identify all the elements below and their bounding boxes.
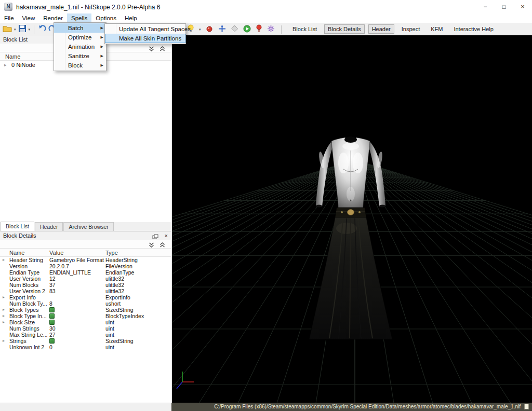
block-details-row-num-strings[interactable]: Num Strings30uint xyxy=(0,325,171,332)
expand-arrow-icon[interactable]: ▸ xyxy=(3,307,5,313)
open-dropdown-caret-icon[interactable]: ▾ xyxy=(14,25,16,34)
lighting-dropdown-caret-icon[interactable]: ▾ xyxy=(199,25,201,34)
block-details-row-user-version[interactable]: User Version12ulittle32 xyxy=(0,276,171,282)
spells-menu-item-sanitize[interactable]: Sanitize▶ xyxy=(54,51,106,61)
block-details-rows: ▸Header StringGamebryo File Format...Hea… xyxy=(0,257,171,350)
block-details-toolbar xyxy=(0,240,171,249)
expand-arrow-icon[interactable]: ▸ xyxy=(3,338,5,344)
open-file-icon[interactable] xyxy=(3,24,12,35)
close-button[interactable]: × xyxy=(513,0,532,13)
block-details-row-unknown-int-2[interactable]: Unknown Int 20uint xyxy=(0,344,171,350)
double-chevron-down-icon xyxy=(149,242,154,248)
block-details-title: Block Details xyxy=(3,232,36,239)
expand-arrow-icon[interactable]: ▸ xyxy=(4,61,7,69)
close-icon: × xyxy=(165,232,168,239)
expand-arrow-icon[interactable]: ▸ xyxy=(3,319,5,325)
block-details-row-block-type-in[interactable]: ▸Block Type In...BlockTypeIndex xyxy=(0,313,171,319)
block-details-row-export-info[interactable]: ▸Export InfoExportInfo xyxy=(0,294,171,300)
batch-submenu-item-make-all-skin-partitions[interactable]: Make All Skin Partitions xyxy=(105,34,185,43)
toolbar-separator xyxy=(281,25,282,34)
tab-block-list[interactable]: Block List xyxy=(1,222,34,231)
spells-menu-item-optimize[interactable]: Optimize▶ xyxy=(54,33,106,42)
tab-archive-browser[interactable]: Archive Browser xyxy=(63,222,113,231)
collapse-all-button[interactable] xyxy=(158,45,166,51)
block-details-row-max-string-le[interactable]: Max String Le...27uint xyxy=(0,332,171,338)
menubar-item-render[interactable]: Render xyxy=(39,13,67,23)
block-details-row-block-types[interactable]: ▸Block TypesSizedString xyxy=(0,307,171,313)
toolbar-button-block-details[interactable]: Block Details xyxy=(324,24,365,34)
row-value xyxy=(49,319,104,325)
block-details-row-version[interactable]: Version20.2.0.7FileVersion xyxy=(0,263,171,269)
menubar-item-spells[interactable]: Spells xyxy=(67,13,91,23)
save-file-icon[interactable] xyxy=(18,24,26,35)
spells-menu-item-animation[interactable]: Animation▶ xyxy=(54,42,106,51)
block-details-row-user-version-2[interactable]: User Version 283ulittle32 xyxy=(0,288,171,294)
menubar-item-options[interactable]: Options xyxy=(91,13,121,23)
block-details-row-num-block-ty[interactable]: Num Block Ty...8ushort xyxy=(0,300,171,307)
row-name: Num Blocks xyxy=(9,282,49,288)
app-icon: N xyxy=(4,3,12,11)
menubar-item-file[interactable]: File xyxy=(0,13,18,23)
batch-submenu: Update All Tangent SpacesMake All Skin P… xyxy=(104,23,186,44)
column-header-value[interactable]: Value xyxy=(49,249,63,257)
column-header-name[interactable]: Name xyxy=(9,249,24,257)
row-name: Block Size xyxy=(9,319,49,325)
play-animation-icon[interactable] xyxy=(243,25,251,35)
spells-menu-item-batch[interactable]: Batch▶ xyxy=(54,23,106,33)
row-name: Block Types xyxy=(9,307,49,313)
row-type: ulittle32 xyxy=(105,282,169,288)
block-details-row-num-blocks[interactable]: Num Blocks37ulittle32 xyxy=(0,282,171,288)
toolbar-file-group: ▾ ▾ xyxy=(3,24,57,35)
row-name: Strings xyxy=(9,338,49,344)
save-dropdown-caret-icon[interactable]: ▾ xyxy=(29,25,31,34)
spells-menu-item-block[interactable]: Block▶ xyxy=(54,61,106,70)
row-value: Gamebryo File Format... xyxy=(49,257,104,263)
tree-item-label: 0 NiNode xyxy=(11,62,35,68)
block-details-dock: Block Details × Name Value Type ▸Header … xyxy=(0,231,171,403)
row-name: Num Block Ty... xyxy=(9,300,49,307)
batch-submenu-item-update-all-tangent-spaces[interactable]: Update All Tangent Spaces xyxy=(105,24,185,34)
minimize-button[interactable]: − xyxy=(476,0,495,13)
row-value xyxy=(49,307,104,313)
row-type: uint xyxy=(105,332,169,338)
maximize-button[interactable]: □ xyxy=(495,0,513,13)
expand-all-button[interactable] xyxy=(148,45,155,51)
select-mode-icon[interactable] xyxy=(231,25,238,35)
row-name: User Version 2 xyxy=(9,288,49,294)
expand-arrow-icon[interactable]: ▸ xyxy=(3,294,5,300)
panel-tabs: Block ListHeaderArchive Browser xyxy=(0,222,171,231)
expand-all-button[interactable] xyxy=(148,241,155,248)
block-details-row-endian-type[interactable]: Endian TypeENDIAN_LITTLEEndianType xyxy=(0,269,171,276)
block-details-row-block-size[interactable]: ▸Block Sizeuint xyxy=(0,319,171,325)
toolbar-button-kfm[interactable]: KFM xyxy=(427,24,446,34)
row-type: uint xyxy=(105,319,169,325)
settings-icon[interactable] xyxy=(267,25,275,35)
vertex-colors-icon[interactable] xyxy=(206,25,214,35)
toolbar-button-header[interactable]: Header xyxy=(368,24,394,34)
row-value: 37 xyxy=(49,282,104,288)
undo-icon[interactable] xyxy=(38,24,46,35)
row-name: Header String xyxy=(9,257,49,263)
expand-arrow-icon[interactable]: ▸ xyxy=(3,313,5,319)
expand-arrow-icon[interactable]: ▸ xyxy=(3,257,5,263)
dock-close-button[interactable]: × xyxy=(165,231,168,240)
row-type: ExportInfo xyxy=(105,294,169,300)
row-name: Unknown Int 2 xyxy=(9,344,49,350)
row-type: ushort xyxy=(105,300,169,307)
collapse-all-button[interactable] xyxy=(158,241,166,248)
tab-header[interactable]: Header xyxy=(35,222,63,231)
block-details-row-header-string[interactable]: ▸Header StringGamebryo File Format...Hea… xyxy=(0,257,171,263)
column-header-type[interactable]: Type xyxy=(105,249,118,257)
menubar-item-help[interactable]: Help xyxy=(121,13,141,23)
toolbar-button-block-list[interactable]: Block List xyxy=(289,24,321,34)
dock-float-button[interactable] xyxy=(152,233,159,239)
block-details-row-strings[interactable]: ▸StringsSizedString xyxy=(0,338,171,344)
location-pin-icon[interactable] xyxy=(256,24,262,35)
toolbar-button-interactive-help[interactable]: Interactive Help xyxy=(450,24,497,34)
row-type: FileVersion xyxy=(105,263,169,269)
toolbar-button-inspect[interactable]: Inspect xyxy=(398,24,423,34)
statusbar-right: C:/Program Files (x86)/Steam/steamapps/c… xyxy=(171,403,532,411)
render-viewport[interactable] xyxy=(172,35,532,403)
menubar-item-view[interactable]: View xyxy=(18,13,39,23)
transform-axes-icon[interactable] xyxy=(218,25,226,35)
